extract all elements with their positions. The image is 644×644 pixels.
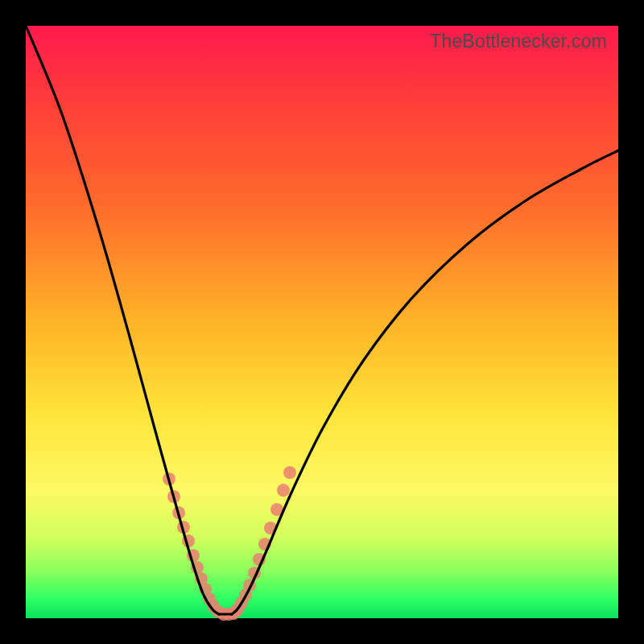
chart-frame: TheBottlenecker.com (0, 0, 644, 644)
scatter-dots (163, 466, 296, 621)
scatter-dot (277, 484, 290, 497)
scatter-dot (283, 466, 296, 479)
curve-right-branch (232, 151, 618, 614)
curve-left-branch (26, 26, 219, 614)
curve-layer (26, 26, 618, 618)
plot-area: TheBottlenecker.com (26, 26, 618, 618)
